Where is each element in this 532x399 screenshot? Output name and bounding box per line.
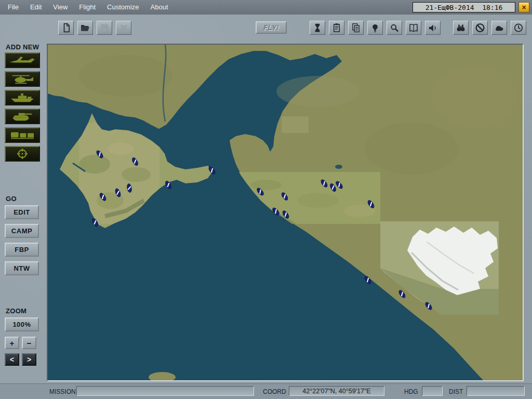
map-panel [47, 44, 524, 381]
add-vehicle-button[interactable] [5, 109, 40, 124]
mission-generator-button[interactable] [367, 21, 383, 35]
dist-label: DIST [449, 388, 463, 395]
airplane-icon [8, 55, 37, 66]
zoom-label: ZOOM [6, 307, 26, 315]
time-acceleration-button[interactable] [310, 21, 325, 35]
zoom-out-button[interactable]: − [22, 337, 36, 349]
pan-left-button[interactable]: < [5, 353, 19, 366]
open-folder-icon [79, 22, 91, 33]
briefing-button[interactable] [329, 21, 344, 35]
add-helicopter-button[interactable] [5, 71, 40, 87]
toolbar-options-group [453, 21, 526, 35]
coord-value: 42°22'07"N, 40°59'17"E [289, 386, 384, 396]
zoom-in-button[interactable]: + [5, 337, 19, 349]
speaker-icon [427, 22, 438, 33]
helicopter-icon [8, 73, 37, 85]
fly-button[interactable]: FLY! [256, 21, 287, 34]
datetime-display: 21-ЕщФВ-2014 18:16 [413, 2, 515, 12]
go-fbp-button[interactable]: FBP [5, 243, 39, 257]
restrictions-button[interactable] [472, 21, 488, 35]
toolbar-tools-group [310, 21, 441, 35]
vehicle-icon [8, 111, 37, 122]
hdg-label: HDG [404, 388, 418, 395]
magnifier-icon [389, 22, 400, 33]
pan-right-button[interactable]: > [22, 353, 36, 366]
open-mission-button[interactable] [77, 21, 93, 35]
target-icon [8, 148, 37, 159]
menu-item-flight[interactable]: Flight [73, 0, 101, 15]
toolbar-file-group [58, 21, 131, 35]
debriefing-button[interactable] [348, 21, 364, 35]
sound-button[interactable] [425, 21, 441, 35]
new-doc-icon [60, 22, 72, 33]
menu-items: FileEditViewFlightCustomizeAbout [2, 0, 174, 15]
binoculars-icon [455, 22, 467, 33]
notes-icon [350, 22, 362, 33]
coord-label: COORD [263, 388, 286, 395]
map-zoom-button[interactable] [387, 21, 402, 35]
bulb-icon [369, 22, 381, 33]
book-icon [408, 22, 419, 33]
clock-icon [513, 22, 524, 33]
menu-item-about[interactable]: About [145, 0, 174, 15]
menu-item-edit[interactable]: Edit [24, 0, 47, 15]
no-entry-icon [474, 22, 486, 33]
menu-item-customize[interactable]: Customize [101, 0, 144, 15]
hdg-value [422, 386, 443, 396]
save-mission-button[interactable] [97, 21, 112, 35]
time-of-day-button[interactable] [511, 21, 526, 35]
close-button[interactable]: × [518, 2, 529, 12]
go-label: GO [6, 195, 17, 203]
new-mission-button[interactable] [58, 21, 74, 35]
save-icon [99, 22, 110, 33]
weather-button[interactable] [491, 21, 507, 35]
add-new-label: ADD NEW [6, 43, 39, 51]
mission-map[interactable] [48, 45, 523, 380]
menu-item-view[interactable]: View [47, 0, 73, 15]
cloud-icon [494, 22, 505, 33]
go-camp-button[interactable]: CAMP [5, 224, 39, 238]
add-airplane-button[interactable] [5, 52, 40, 68]
add-train-button[interactable] [5, 127, 40, 143]
zoom-level-button[interactable]: 100% [5, 317, 39, 331]
close-x-icon [118, 22, 129, 33]
mission-label: MISSION [49, 388, 76, 395]
add-target-button[interactable] [5, 146, 40, 162]
dist-value [467, 386, 525, 396]
hourglass-icon [312, 22, 323, 33]
go-edit-button[interactable]: EDIT [5, 205, 39, 219]
encyclopedia-button[interactable] [406, 21, 421, 35]
menu-item-file[interactable]: File [2, 0, 24, 15]
add-ship-button[interactable] [5, 90, 40, 105]
close-mission-button[interactable] [116, 21, 131, 35]
clipboard-icon [331, 22, 342, 33]
train-icon [8, 129, 37, 141]
search-button[interactable] [453, 21, 469, 35]
ship-icon [8, 92, 37, 103]
go-ntw-button[interactable]: NTW [5, 261, 39, 275]
mission-name-input[interactable] [76, 386, 254, 396]
